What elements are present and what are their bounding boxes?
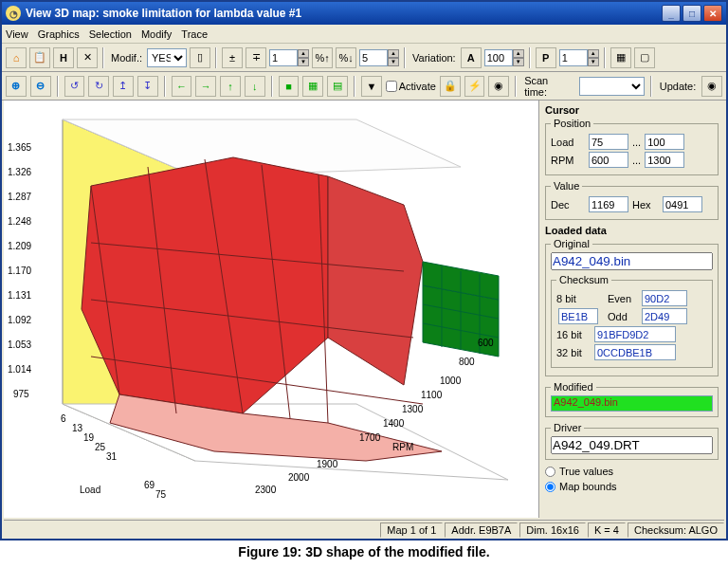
checksum-odd	[642, 308, 687, 324]
close-button[interactable]: ✕	[703, 5, 722, 22]
minimize-button[interactable]: _	[662, 5, 681, 22]
value-group: Value Dec Hex	[545, 180, 719, 220]
scantime-select[interactable]	[579, 77, 645, 96]
rotate-ccw-icon[interactable]: ↺	[64, 76, 85, 97]
z-tick: 1.209	[8, 241, 31, 251]
tilt-up-icon[interactable]: ↥	[113, 76, 134, 97]
copy-icon[interactable]: 📋	[29, 47, 50, 68]
zoom-in-icon[interactable]: ⊕	[6, 76, 27, 97]
rpm-to[interactable]	[645, 152, 684, 168]
x-tick: 13	[72, 423, 82, 433]
menu-modify[interactable]: Modify	[141, 28, 172, 40]
dec-value[interactable]	[589, 196, 628, 212]
update-icon[interactable]: ◉	[701, 76, 722, 97]
y-axis-label: RPM	[392, 442, 413, 452]
y-tick: 1000	[440, 376, 461, 386]
toggle-axis-icon[interactable]: ✕	[77, 47, 98, 68]
z-tick: 1.131	[8, 290, 31, 301]
cursor-title: Cursor	[545, 104, 719, 116]
scantime-label: Scan time:	[522, 75, 574, 98]
menu-graphics[interactable]: Graphics	[38, 28, 80, 40]
app-icon: ◔	[6, 6, 21, 21]
fill-lines-icon[interactable]: ▤	[327, 76, 348, 97]
svg-marker-5	[328, 176, 423, 385]
pan-right-icon[interactable]: →	[195, 76, 216, 97]
zoom-out-icon[interactable]: ⊖	[30, 76, 51, 97]
rotate-cw-icon[interactable]: ↻	[88, 76, 109, 97]
map-0-icon[interactable]: ▯	[190, 47, 210, 68]
record-icon[interactable]: ◉	[488, 76, 509, 97]
var-a-icon[interactable]: A	[461, 47, 482, 68]
pan-down-icon[interactable]: ↓	[245, 76, 265, 97]
activate-checkbox[interactable]: Activate	[386, 81, 436, 92]
fill-solid-icon[interactable]: ■	[279, 76, 300, 97]
y-tick: 1400	[383, 418, 404, 429]
rpm-label: RPM	[551, 155, 585, 166]
checksum-8bit	[558, 308, 598, 324]
menubar: View Graphics Selection Modify Trace	[2, 25, 726, 44]
home-icon[interactable]: ⌂	[6, 47, 27, 68]
modif-select[interactable]: YES	[147, 48, 187, 67]
map-bounds-radio[interactable]: Map bounds	[545, 481, 719, 492]
dec-label: Dec	[551, 199, 585, 211]
original-file[interactable]	[551, 252, 713, 270]
z-tick: 1.365	[8, 142, 31, 153]
modif-label: Modif.:	[109, 52, 144, 64]
step-spin-1[interactable]: ▲▼	[269, 49, 309, 66]
x-tick: 69	[144, 480, 155, 490]
load-label: Load	[551, 137, 585, 148]
tilt-down-icon[interactable]: ↧	[137, 76, 158, 97]
rpm-from[interactable]	[589, 152, 628, 168]
percent-minus-icon[interactable]: %↓	[336, 47, 356, 68]
var-p-icon[interactable]: P	[536, 47, 556, 68]
x-tick: 6	[61, 413, 66, 424]
driver-file[interactable]	[551, 436, 713, 454]
position-group: Position Load ... RPM ...	[545, 118, 719, 175]
var-p-spin[interactable]: ▲▼	[559, 49, 599, 66]
menu-view[interactable]: View	[6, 28, 28, 40]
grid-off-icon[interactable]: ▢	[634, 47, 655, 68]
load-to[interactable]	[645, 134, 684, 150]
grid-on-icon[interactable]: ▦	[610, 47, 631, 68]
side-panel: Cursor Position Load ... RPM ... Value	[538, 101, 724, 518]
window-title: View 3D map: smoke limitation for lambda…	[26, 7, 662, 20]
checksum-32bit	[594, 344, 676, 360]
original-group: Original Checksum 8 bit Even Odd	[545, 238, 719, 376]
z-tick: 1.014	[8, 364, 31, 375]
status-dim: Dim. 16x16	[519, 522, 586, 538]
true-values-radio[interactable]: True values	[545, 466, 719, 477]
x-tick: 19	[83, 432, 94, 443]
figure-caption: Figure 19: 3D shape of the modified file…	[0, 544, 728, 559]
percent-plus-icon[interactable]: %↑	[312, 47, 333, 68]
step-plus-icon[interactable]: ±	[222, 47, 243, 68]
z-tick: 1.170	[8, 266, 31, 276]
step-spin-2[interactable]: ▲▼	[359, 49, 399, 66]
modified-file[interactable]: A942_049.bin	[551, 395, 713, 412]
menu-trace[interactable]: Trace	[181, 28, 208, 40]
toolbar-view: ⊕ ⊖ ↺ ↻ ↥ ↧ ← → ↑ ↓ ■ ▦ ▤ ▼ Activate 🔒 ⚡…	[2, 72, 726, 101]
maximize-button[interactable]: □	[682, 5, 701, 22]
step-minus-icon[interactable]: ∓	[246, 47, 266, 68]
lock-icon[interactable]: 🔒	[440, 76, 461, 97]
y-tick: 600	[478, 338, 494, 348]
fill-wire-icon[interactable]: ▦	[302, 76, 323, 97]
statusbar: Map 1 of 1 Addr. E9B7A Dim. 16x16 K = 4 …	[4, 520, 724, 539]
driver-group: Driver	[545, 422, 719, 460]
flash-icon[interactable]: ⚡	[464, 76, 485, 97]
pan-up-icon[interactable]: ↑	[220, 76, 241, 97]
z-tick: 975	[13, 389, 29, 399]
app-window: ◔ View 3D map: smoke limitation for lamb…	[0, 0, 728, 541]
plot-3d[interactable]: 1.365 1.326 1.287 1.248 1.209 1.170 1.13…	[4, 101, 538, 518]
var-a-spin[interactable]: ▲▼	[484, 49, 524, 66]
load-from[interactable]	[589, 134, 628, 150]
z-tick: 1.053	[8, 339, 31, 350]
pan-left-icon[interactable]: ←	[172, 76, 192, 97]
y-tick: 1100	[421, 390, 442, 400]
checksum-even	[642, 290, 687, 306]
filter-icon[interactable]: ▼	[361, 76, 382, 97]
checksum-group: Checksum 8 bit Even Odd 16 bit	[551, 274, 713, 368]
hex-value[interactable]	[663, 196, 702, 212]
y-tick: 2000	[288, 472, 309, 483]
menu-selection[interactable]: Selection	[89, 28, 132, 40]
toggle-h-icon[interactable]: H	[53, 47, 74, 68]
